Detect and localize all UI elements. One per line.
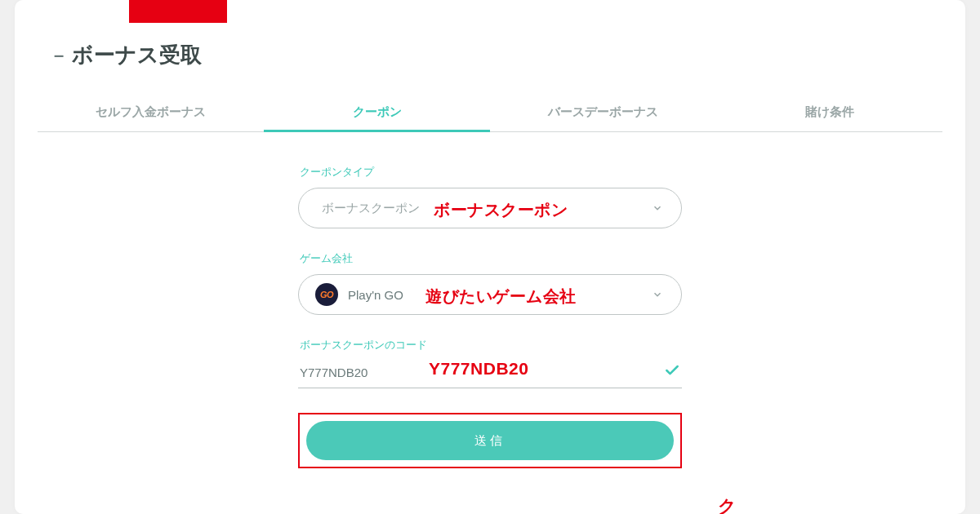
tab-bar: セルフ入金ボーナス クーポン バースデーボーナス 賭け条件 [38, 92, 942, 132]
provider-label: ゲーム会社 [298, 251, 682, 266]
code-label: ボーナスクーポンのコード [298, 338, 682, 352]
tab-coupon[interactable]: クーポン [264, 93, 490, 132]
tab-wagering[interactable]: 賭け条件 [716, 93, 942, 132]
redaction-block [129, 0, 227, 23]
annotation-click-text: クリック [718, 494, 753, 514]
page-title: ボーナス受取 [72, 41, 202, 69]
collapse-icon[interactable]: – [54, 45, 64, 66]
annotation-coupon-type: ボーナスクーポン [434, 199, 568, 221]
chevron-down-icon [652, 202, 663, 214]
tab-self-deposit[interactable]: セルフ入金ボーナス [38, 93, 264, 132]
submit-button[interactable]: 送信 [306, 421, 674, 460]
coupon-type-value: ボーナスクーポン [322, 201, 420, 216]
annotation-provider: 遊びたいゲーム会社 [425, 286, 577, 308]
coupon-type-select[interactable]: ボーナスクーポン ボーナスクーポン [298, 188, 682, 228]
tab-birthday[interactable]: バースデーボーナス [490, 93, 716, 132]
provider-select[interactable]: GO Play'n GO 遊びたいゲーム会社 [298, 274, 682, 315]
provider-value: Play'n GO [348, 288, 403, 302]
form-area: クーポンタイプ ボーナスクーポン ボーナスクーポン ゲーム会社 GO Play'… [298, 165, 682, 468]
check-icon [664, 362, 680, 382]
code-field-row: Y777NDB20 [298, 361, 682, 388]
provider-badge-icon: GO [315, 283, 338, 306]
coupon-type-label: クーポンタイプ [298, 165, 682, 179]
bonus-card: – ボーナス受取 セルフ入金ボーナス クーポン バースデーボーナス 賭け条件 ク… [15, 0, 965, 514]
submit-highlight-box: 送信 [298, 413, 682, 468]
annotation-code: Y777NDB20 [429, 359, 528, 379]
chevron-down-icon [652, 289, 663, 300]
annotation-click: クリック [698, 494, 753, 514]
